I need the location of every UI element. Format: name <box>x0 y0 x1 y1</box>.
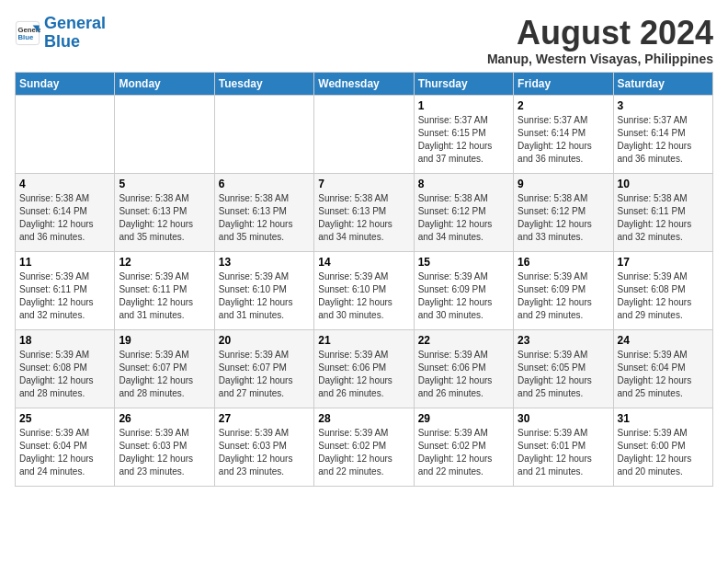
cell-content: Sunrise: 5:38 AM Sunset: 6:13 PM Dayligh… <box>219 192 310 244</box>
calendar-cell: 29Sunrise: 5:39 AM Sunset: 6:02 PM Dayli… <box>414 408 513 486</box>
cell-content: Sunrise: 5:37 AM Sunset: 6:15 PM Dayligh… <box>418 114 509 166</box>
calendar-cell: 24Sunrise: 5:39 AM Sunset: 6:04 PM Dayli… <box>613 329 712 408</box>
day-number: 5 <box>119 178 210 190</box>
calendar-cell: 15Sunrise: 5:39 AM Sunset: 6:09 PM Dayli… <box>414 251 513 329</box>
calendar-week: 4Sunrise: 5:38 AM Sunset: 6:14 PM Daylig… <box>16 173 713 251</box>
cell-content: Sunrise: 5:39 AM Sunset: 6:00 PM Dayligh… <box>618 427 709 478</box>
day-number: 17 <box>618 256 709 269</box>
calendar-cell: 28Sunrise: 5:39 AM Sunset: 6:02 PM Dayli… <box>314 408 414 486</box>
page-header: General Blue General Blue August 2024 Ma… <box>15 15 713 66</box>
title-block: August 2024 Manup, Western Visayas, Phil… <box>487 15 713 66</box>
calendar-cell: 30Sunrise: 5:39 AM Sunset: 6:01 PM Dayli… <box>514 408 613 486</box>
header-row: SundayMondayTuesdayWednesdayThursdayFrid… <box>16 72 713 95</box>
svg-text:Blue: Blue <box>18 33 34 41</box>
day-number: 18 <box>19 334 110 347</box>
cell-content: Sunrise: 5:39 AM Sunset: 6:02 PM Dayligh… <box>318 427 409 478</box>
cell-content: Sunrise: 5:39 AM Sunset: 6:02 PM Dayligh… <box>418 427 509 478</box>
day-number: 25 <box>19 412 110 425</box>
day-number: 31 <box>618 412 709 425</box>
cell-content: Sunrise: 5:39 AM Sunset: 6:03 PM Dayligh… <box>219 427 310 478</box>
calendar-cell: 25Sunrise: 5:39 AM Sunset: 6:04 PM Dayli… <box>16 408 115 486</box>
location: Manup, Western Visayas, Philippines <box>487 52 713 66</box>
calendar-cell: 9Sunrise: 5:38 AM Sunset: 6:12 PM Daylig… <box>514 173 613 251</box>
calendar-cell: 18Sunrise: 5:39 AM Sunset: 6:08 PM Dayli… <box>16 329 115 408</box>
cell-content: Sunrise: 5:39 AM Sunset: 6:11 PM Dayligh… <box>19 270 110 322</box>
calendar-cell: 23Sunrise: 5:39 AM Sunset: 6:05 PM Dayli… <box>514 329 613 408</box>
calendar-cell: 3Sunrise: 5:37 AM Sunset: 6:14 PM Daylig… <box>613 95 712 173</box>
logo-text: General Blue <box>44 15 106 52</box>
day-number: 16 <box>518 256 609 269</box>
day-number: 8 <box>418 178 509 190</box>
cell-content: Sunrise: 5:39 AM Sunset: 6:10 PM Dayligh… <box>318 270 409 322</box>
calendar-cell <box>115 95 214 173</box>
logo-line1: General <box>44 14 106 32</box>
day-number: 28 <box>318 412 409 425</box>
day-number: 15 <box>418 256 509 269</box>
month-title: August 2024 <box>487 15 713 52</box>
day-number: 23 <box>518 334 609 347</box>
logo-icon: General Blue <box>15 20 40 46</box>
day-number: 10 <box>618 178 709 190</box>
cell-content: Sunrise: 5:39 AM Sunset: 6:06 PM Dayligh… <box>418 349 509 400</box>
day-number: 1 <box>418 99 509 112</box>
cell-content: Sunrise: 5:39 AM Sunset: 6:06 PM Dayligh… <box>318 349 409 400</box>
day-number: 11 <box>19 256 110 269</box>
calendar-week: 18Sunrise: 5:39 AM Sunset: 6:08 PM Dayli… <box>16 329 713 408</box>
calendar-cell: 11Sunrise: 5:39 AM Sunset: 6:11 PM Dayli… <box>16 251 115 329</box>
cell-content: Sunrise: 5:39 AM Sunset: 6:01 PM Dayligh… <box>518 427 609 478</box>
weekday-header: Wednesday <box>314 72 414 95</box>
calendar-cell: 8Sunrise: 5:38 AM Sunset: 6:12 PM Daylig… <box>414 173 513 251</box>
cell-content: Sunrise: 5:39 AM Sunset: 6:03 PM Dayligh… <box>119 427 210 478</box>
cell-content: Sunrise: 5:39 AM Sunset: 6:08 PM Dayligh… <box>618 270 709 322</box>
weekday-header: Saturday <box>613 72 712 95</box>
weekday-header: Sunday <box>16 72 115 95</box>
cell-content: Sunrise: 5:38 AM Sunset: 6:13 PM Dayligh… <box>119 192 210 244</box>
day-number: 19 <box>119 334 210 347</box>
calendar-cell: 14Sunrise: 5:39 AM Sunset: 6:10 PM Dayli… <box>314 251 414 329</box>
day-number: 4 <box>19 178 110 190</box>
cell-content: Sunrise: 5:38 AM Sunset: 6:14 PM Dayligh… <box>19 192 110 244</box>
cell-content: Sunrise: 5:39 AM Sunset: 6:04 PM Dayligh… <box>19 427 110 478</box>
calendar-cell: 22Sunrise: 5:39 AM Sunset: 6:06 PM Dayli… <box>414 329 513 408</box>
calendar-week: 1Sunrise: 5:37 AM Sunset: 6:15 PM Daylig… <box>16 95 713 173</box>
cell-content: Sunrise: 5:38 AM Sunset: 6:12 PM Dayligh… <box>418 192 509 244</box>
weekday-header: Tuesday <box>214 72 313 95</box>
day-number: 6 <box>219 178 310 190</box>
cell-content: Sunrise: 5:39 AM Sunset: 6:07 PM Dayligh… <box>219 349 310 400</box>
cell-content: Sunrise: 5:38 AM Sunset: 6:13 PM Dayligh… <box>318 192 409 244</box>
day-number: 3 <box>618 99 709 112</box>
cell-content: Sunrise: 5:38 AM Sunset: 6:12 PM Dayligh… <box>518 192 609 244</box>
cell-content: Sunrise: 5:37 AM Sunset: 6:14 PM Dayligh… <box>518 114 609 166</box>
calendar-cell: 10Sunrise: 5:38 AM Sunset: 6:11 PM Dayli… <box>613 173 712 251</box>
cell-content: Sunrise: 5:39 AM Sunset: 6:04 PM Dayligh… <box>618 349 709 400</box>
cell-content: Sunrise: 5:39 AM Sunset: 6:09 PM Dayligh… <box>418 270 509 322</box>
calendar-cell: 13Sunrise: 5:39 AM Sunset: 6:10 PM Dayli… <box>214 251 313 329</box>
calendar-cell: 19Sunrise: 5:39 AM Sunset: 6:07 PM Dayli… <box>115 329 214 408</box>
calendar-body: 1Sunrise: 5:37 AM Sunset: 6:15 PM Daylig… <box>16 95 713 486</box>
calendar-cell: 12Sunrise: 5:39 AM Sunset: 6:11 PM Dayli… <box>115 251 214 329</box>
weekday-header: Friday <box>514 72 613 95</box>
day-number: 21 <box>318 334 409 347</box>
day-number: 30 <box>518 412 609 425</box>
day-number: 29 <box>418 412 509 425</box>
calendar-week: 25Sunrise: 5:39 AM Sunset: 6:04 PM Dayli… <box>16 408 713 486</box>
calendar-header: SundayMondayTuesdayWednesdayThursdayFrid… <box>16 72 713 95</box>
day-number: 24 <box>618 334 709 347</box>
calendar-table: SundayMondayTuesdayWednesdayThursdayFrid… <box>15 72 713 487</box>
calendar-cell: 6Sunrise: 5:38 AM Sunset: 6:13 PM Daylig… <box>214 173 313 251</box>
calendar-cell: 4Sunrise: 5:38 AM Sunset: 6:14 PM Daylig… <box>16 173 115 251</box>
calendar-cell: 17Sunrise: 5:39 AM Sunset: 6:08 PM Dayli… <box>613 251 712 329</box>
day-number: 13 <box>219 256 310 269</box>
day-number: 27 <box>219 412 310 425</box>
cell-content: Sunrise: 5:39 AM Sunset: 6:05 PM Dayligh… <box>518 349 609 400</box>
logo-line2: Blue <box>44 32 80 51</box>
calendar-week: 11Sunrise: 5:39 AM Sunset: 6:11 PM Dayli… <box>16 251 713 329</box>
calendar-cell <box>214 95 313 173</box>
calendar-cell: 21Sunrise: 5:39 AM Sunset: 6:06 PM Dayli… <box>314 329 414 408</box>
calendar-cell: 7Sunrise: 5:38 AM Sunset: 6:13 PM Daylig… <box>314 173 414 251</box>
cell-content: Sunrise: 5:39 AM Sunset: 6:10 PM Dayligh… <box>219 270 310 322</box>
calendar-cell: 2Sunrise: 5:37 AM Sunset: 6:14 PM Daylig… <box>514 95 613 173</box>
day-number: 26 <box>119 412 210 425</box>
logo: General Blue General Blue <box>15 15 106 52</box>
day-number: 20 <box>219 334 310 347</box>
